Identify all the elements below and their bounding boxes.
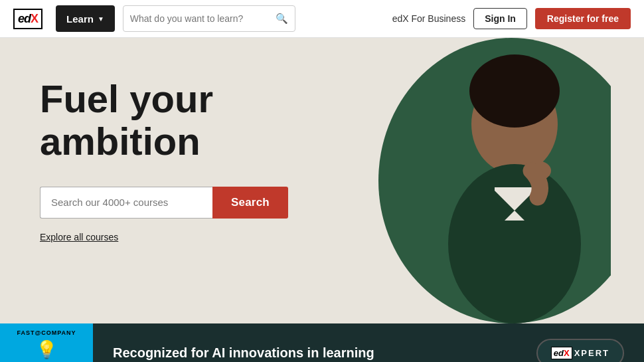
hero-search-row: Search: [40, 187, 604, 219]
hero-title: Fuel your ambition: [40, 78, 604, 163]
hero-search-button[interactable]: Search: [212, 187, 288, 219]
logo-x-text: X: [31, 12, 38, 26]
business-link[interactable]: edX For Business: [392, 13, 466, 24]
learn-button[interactable]: Learn ▼: [56, 5, 115, 32]
search-icon: 🔍: [276, 13, 288, 25]
hero-title-line2: ambition: [40, 120, 201, 163]
xpert-label: XPERT: [574, 348, 609, 358]
fast-company-title: FAST@COMPANY: [17, 329, 76, 337]
nav-search-input[interactable]: [130, 13, 270, 24]
explore-all-courses-link[interactable]: Explore all courses: [40, 232, 604, 242]
chevron-down-icon: ▼: [98, 15, 104, 23]
logo-ed-text: ed: [18, 12, 31, 26]
hero-title-line1: Fuel your: [40, 77, 213, 120]
edx-logo-small: edX: [551, 347, 572, 359]
hero-search-input[interactable]: [40, 187, 212, 219]
logo[interactable]: edX: [13, 9, 42, 29]
hero-section: Fuel your ambition Search Explore all co…: [0, 38, 644, 323]
edxpert-badge: edX XPERT: [536, 339, 624, 363]
lightbulb-icon: 💡: [36, 339, 57, 360]
bottom-bar: FAST@COMPANY 💡 Most Innovative Companies…: [0, 323, 644, 362]
recognition-text: Recognized for AI innovations in learnin…: [113, 345, 536, 361]
learn-label: Learn: [66, 13, 94, 25]
register-button[interactable]: Register for free: [535, 8, 631, 29]
signin-button[interactable]: Sign In: [473, 8, 527, 29]
edxpert-logo: edX XPERT: [551, 347, 609, 359]
nav-search-bar: 🔍: [123, 5, 295, 32]
fast-company-badge: FAST@COMPANY 💡 Most Innovative Companies…: [0, 323, 93, 362]
navbar: edX Learn ▼ 🔍 edX For Business Sign In R…: [0, 0, 644, 38]
